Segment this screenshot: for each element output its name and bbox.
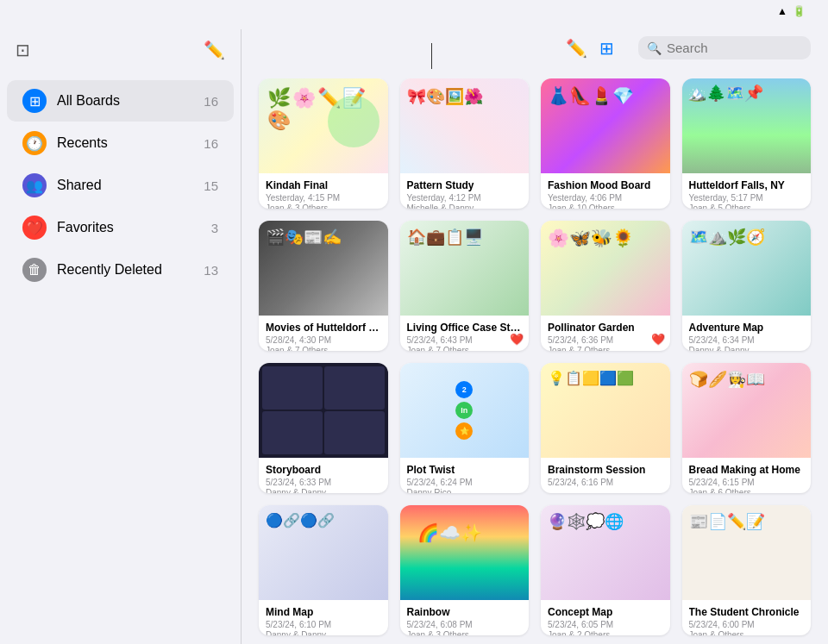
- boards-grid: Kindah Final Yesterday, 4:15 PM Joan & 3…: [242, 78, 828, 644]
- new-board-sidebar-icon[interactable]: ✏️: [204, 40, 225, 60]
- board-thumbnail-bread-making: [682, 363, 812, 458]
- board-name-hutteldorf-falls: Hutteldorf Falls, NY: [689, 179, 805, 191]
- board-name-pattern-study: Pattern Study: [407, 179, 523, 191]
- search-bar[interactable]: 🔍 🎙: [638, 36, 811, 59]
- board-card-adventure-map[interactable]: Adventure Map 5/23/24, 6:34 PM Danny & D…: [682, 221, 812, 351]
- board-date-storyboard: 5/23/24, 6:33 PM: [266, 478, 381, 487]
- board-info-fashion-mood-board: Fashion Mood Board Yesterday, 4:06 PM Jo…: [541, 173, 670, 209]
- board-card-storyboard[interactable]: Storyboard 5/23/24, 6:33 PM Danny & Dann…: [259, 363, 388, 493]
- board-thumbnail-movies-hutteldorf: [259, 221, 388, 316]
- sidebar-label-recents: Recents: [57, 135, 108, 151]
- board-date-rainbow: 5/23/24, 6:08 PM: [407, 620, 523, 629]
- board-name-kindah-final: Kindah Final: [266, 179, 381, 191]
- status-bar: ▲ 🔋: [0, 0, 828, 21]
- board-author-living-office: Joan & 7 Others: [407, 346, 523, 351]
- search-icon: 🔍: [647, 41, 662, 55]
- board-card-brainstorm-session[interactable]: Brainstorm Session 5/23/24, 6:16 PM: [541, 363, 670, 493]
- board-author-rainbow: Joan & 3 Others: [407, 630, 523, 635]
- board-info-mindmap1: Mind Map 5/23/24, 6:10 PM Danny & Danny: [259, 600, 388, 635]
- board-thumbnail-living-office: [400, 221, 530, 316]
- sidebar-icon-shared: 👥: [22, 173, 47, 197]
- board-card-pollinator-garden[interactable]: Pollinator Garden 5/23/24, 6:36 PM Joan …: [541, 221, 670, 351]
- board-date-pollinator-garden: 5/23/24, 6:36 PM: [548, 335, 663, 345]
- sidebar-icon-favorites: ❤️: [22, 216, 47, 240]
- sidebar-item-recently-deleted[interactable]: 🗑 Recently Deleted 13: [7, 249, 234, 291]
- board-date-newspaper: 5/23/24, 6:00 PM: [689, 620, 805, 629]
- board-info-mindmap2: Concept Map 5/23/24, 6:05 PM Joan & 2 Ot…: [541, 600, 670, 635]
- sidebar-icon-recents: 🕐: [22, 131, 47, 155]
- board-thumbnail-brainstorm-session: [541, 363, 670, 458]
- board-author-kindah-final: Joan & 3 Others: [266, 203, 381, 209]
- wifi-icon: ▲: [777, 5, 787, 17]
- board-card-plot-twist[interactable]: 2 In ⭐ Plot Twist 5/23/24, 6:24 PM Danny…: [400, 363, 530, 493]
- board-thumbnail-pattern-study: [400, 78, 530, 173]
- sidebar-item-shared[interactable]: 👥 Shared 15: [7, 165, 234, 206]
- annotation-line: [431, 43, 432, 69]
- board-author-bread-making: Joan & 6 Others: [689, 488, 805, 493]
- sidebar-label-favorites: Favorites: [57, 220, 114, 235]
- sidebar-title: [0, 66, 241, 79]
- board-date-mindmap2: 5/23/24, 6:05 PM: [548, 620, 663, 629]
- board-card-mindmap2[interactable]: Concept Map 5/23/24, 6:05 PM Joan & 2 Ot…: [541, 505, 670, 635]
- board-info-kindah-final: Kindah Final Yesterday, 4:15 PM Joan & 3…: [259, 173, 388, 209]
- board-card-bread-making[interactable]: Bread Making at Home 5/23/24, 6:15 PM Jo…: [682, 363, 812, 493]
- sidebar-header: ⊡ ✏️: [0, 29, 241, 66]
- board-date-kindah-final: Yesterday, 4:15 PM: [266, 193, 381, 203]
- board-card-newspaper[interactable]: The Student Chronicle 5/23/24, 6:00 PM J…: [682, 505, 812, 635]
- sidebar-count-favorites: 3: [211, 221, 218, 235]
- board-author-adventure-map: Danny & Danny: [689, 346, 805, 351]
- board-date-fashion-mood-board: Yesterday, 4:06 PM: [548, 193, 663, 203]
- board-info-storyboard: Storyboard 5/23/24, 6:33 PM Danny & Dann…: [259, 458, 388, 493]
- sidebar-item-favorites[interactable]: ❤️ Favorites 3: [7, 207, 234, 248]
- board-author-mindmap1: Danny & Danny: [266, 630, 381, 635]
- board-author-mindmap2: Joan & 2 Others: [548, 630, 663, 635]
- sidebar-count-all-boards: 16: [204, 94, 218, 109]
- sidebar-item-all-boards[interactable]: ⊞ All Boards 16: [7, 80, 234, 122]
- favorite-icon-living-office: ❤️: [510, 333, 524, 346]
- board-date-adventure-map: 5/23/24, 6:34 PM: [689, 335, 805, 345]
- app-container: ⊡ ✏️ ⊞ All Boards 16 🕐 Recents 16 👥 Shar…: [0, 29, 828, 644]
- sidebar-label-recently-deleted: Recently Deleted: [57, 262, 162, 278]
- board-card-pattern-study[interactable]: Pattern Study Yesterday, 4:12 PM Michell…: [400, 78, 530, 209]
- grid-view-button[interactable]: ⊞: [599, 38, 614, 59]
- board-thumbnail-fashion-mood-board: [541, 78, 670, 173]
- board-author-hutteldorf-falls: Joan & 5 Others: [689, 203, 805, 209]
- board-card-fashion-mood-board[interactable]: Fashion Mood Board Yesterday, 4:06 PM Jo…: [541, 78, 670, 209]
- board-date-mindmap1: 5/23/24, 6:10 PM: [266, 620, 381, 629]
- board-card-kindah-final[interactable]: Kindah Final Yesterday, 4:15 PM Joan & 3…: [259, 78, 388, 209]
- favorite-icon-pollinator-garden: ❤️: [651, 333, 665, 346]
- board-thumbnail-pollinator-garden: [541, 221, 670, 316]
- board-card-movies-hutteldorf[interactable]: Movies of Hutteldorf Fa... 5/28/24, 4:30…: [259, 221, 388, 351]
- board-date-plot-twist: 5/23/24, 6:24 PM: [407, 478, 523, 487]
- board-info-rainbow: Rainbow 5/23/24, 6:08 PM Joan & 3 Others: [400, 600, 530, 635]
- board-date-living-office: 5/23/24, 6:43 PM: [407, 335, 523, 345]
- board-name-movies-hutteldorf: Movies of Hutteldorf Fa...: [266, 322, 381, 334]
- board-thumbnail-plot-twist: 2 In ⭐: [400, 363, 530, 458]
- board-card-mindmap1[interactable]: Mind Map 5/23/24, 6:10 PM Danny & Danny: [259, 505, 388, 635]
- sidebar-toggle-icon[interactable]: ⊡: [16, 40, 30, 60]
- board-name-storyboard: Storyboard: [266, 464, 381, 476]
- sidebar-count-recents: 16: [204, 136, 218, 151]
- board-info-pattern-study: Pattern Study Yesterday, 4:12 PM Michell…: [400, 173, 530, 209]
- board-card-living-office[interactable]: Living Office Case Study 5/23/24, 6:43 P…: [400, 221, 530, 351]
- board-date-movies-hutteldorf: 5/28/24, 4:30 PM: [266, 335, 381, 345]
- board-thumbnail-rainbow: [400, 505, 530, 600]
- board-card-rainbow[interactable]: Rainbow 5/23/24, 6:08 PM Joan & 3 Others: [400, 505, 530, 635]
- board-thumbnail-adventure-map: [682, 221, 812, 316]
- board-info-adventure-map: Adventure Map 5/23/24, 6:34 PM Danny & D…: [682, 316, 812, 351]
- sidebar-count-shared: 15: [204, 178, 218, 193]
- toolbar-right: ✏️ ⊞ 🔍 🎙: [566, 36, 811, 59]
- board-name-mindmap1: Mind Map: [266, 606, 381, 618]
- search-input[interactable]: [667, 41, 828, 55]
- main-toolbar: ✏️ ⊞ 🔍 🎙: [242, 29, 828, 66]
- board-name-mindmap2: Concept Map: [548, 606, 663, 618]
- sidebar-label-shared: Shared: [57, 178, 102, 193]
- board-author-plot-twist: Danny Rico: [407, 488, 523, 493]
- sidebar-item-recents[interactable]: 🕐 Recents 16: [7, 122, 234, 164]
- board-name-adventure-map: Adventure Map: [689, 322, 805, 334]
- board-info-plot-twist: Plot Twist 5/23/24, 6:24 PM Danny Rico: [400, 458, 530, 493]
- board-card-hutteldorf-falls[interactable]: Hutteldorf Falls, NY Yesterday, 5:17 PM …: [682, 78, 812, 209]
- section-title: [242, 66, 828, 78]
- new-board-button[interactable]: ✏️: [566, 38, 587, 59]
- board-thumbnail-newspaper: [682, 505, 812, 600]
